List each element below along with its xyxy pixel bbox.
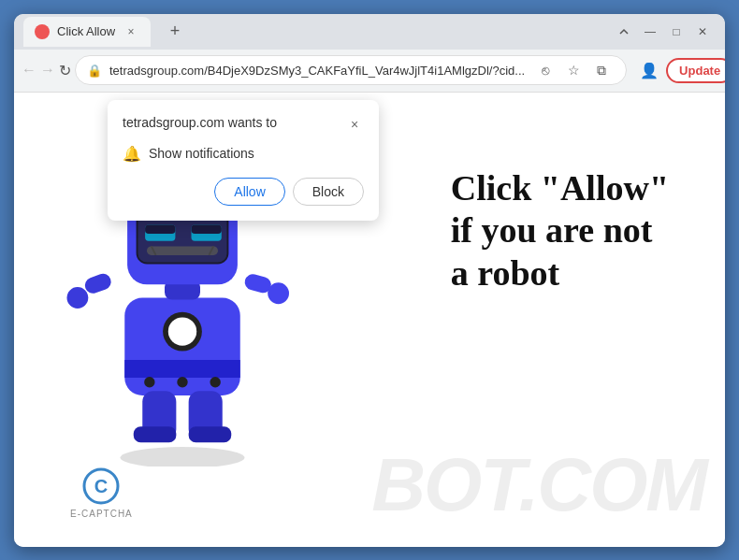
title-bar: Click Allow × + — □ ✕: [14, 14, 725, 50]
svg-rect-20: [147, 246, 218, 255]
main-text-line1: Click "Allow": [451, 167, 669, 210]
notification-popup: tetradsgroup.com wants to × 🔔 Show notif…: [108, 100, 379, 221]
new-tab-button[interactable]: +: [162, 19, 188, 45]
lock-icon: 🔒: [87, 64, 102, 78]
refresh-button[interactable]: ↻: [59, 55, 71, 85]
svg-rect-18: [145, 224, 175, 234]
allow-button[interactable]: Allow: [214, 178, 284, 206]
svg-point-9: [144, 377, 154, 387]
svg-point-4: [268, 282, 289, 304]
window-controls: — □ ✕: [611, 19, 716, 45]
svg-text:C: C: [94, 476, 108, 496]
nav-right-controls: 👤 Update ⋮: [634, 55, 725, 85]
popup-header: tetradsgroup.com wants to ×: [123, 115, 364, 134]
address-bar[interactable]: 🔒 tetradsgroup.com/B4DjeX9DzSMy3_CAKFaYf…: [75, 55, 627, 85]
close-button[interactable]: ✕: [689, 19, 716, 45]
tab-favicon: [35, 24, 50, 39]
ecaptcha-branding: C E-CAPTCHA: [70, 467, 133, 519]
back-button[interactable]: ←: [22, 55, 36, 85]
main-text-line3: a robot: [451, 252, 669, 295]
split-view-button[interactable]: ⧉: [588, 57, 615, 83]
tab-label: Click Allow: [57, 24, 115, 38]
watermark-text: BOT.COM: [371, 442, 706, 528]
profile-button[interactable]: 👤: [634, 55, 664, 85]
ecaptcha-logo-icon: C: [82, 467, 120, 505]
popup-notification-row: 🔔 Show notifications: [123, 145, 364, 163]
active-tab[interactable]: Click Allow ×: [23, 17, 151, 47]
svg-point-8: [168, 317, 196, 345]
address-actions: ⎋ ☆ ⧉: [532, 57, 615, 83]
popup-buttons: Allow Block: [123, 178, 364, 206]
update-button[interactable]: Update: [666, 58, 725, 83]
bookmark-button[interactable]: ☆: [560, 57, 587, 83]
svg-rect-19: [192, 224, 222, 234]
svg-point-10: [177, 377, 187, 387]
popup-close-button[interactable]: ×: [345, 115, 364, 134]
minimize-button[interactable]: —: [637, 19, 663, 45]
tab-close-button[interactable]: ×: [123, 23, 139, 40]
svg-rect-28: [189, 426, 232, 442]
bell-icon: 🔔: [123, 145, 141, 163]
svg-rect-1: [82, 271, 113, 295]
svg-point-2: [67, 287, 89, 309]
ecaptcha-label: E-CAPTCHA: [70, 509, 133, 519]
notification-text: Show notifications: [149, 146, 254, 161]
page-content: tetradsgroup.com wants to × 🔔 Show notif…: [14, 93, 725, 547]
block-button[interactable]: Block: [293, 178, 364, 206]
main-text-line2: if you are not: [451, 209, 669, 252]
browser-window: Click Allow × + — □ ✕ ← → ↻ 🔒 tetradsgro…: [14, 14, 725, 547]
svg-rect-26: [134, 426, 177, 442]
restore-window-button[interactable]: [611, 19, 637, 45]
forward-button[interactable]: →: [40, 55, 55, 85]
svg-point-11: [210, 377, 220, 387]
main-text: Click "Allow" if you are not a robot: [451, 167, 669, 295]
maximize-button[interactable]: □: [663, 19, 689, 45]
popup-title: tetradsgroup.com wants to: [123, 115, 277, 130]
share-button[interactable]: ⎋: [532, 57, 558, 83]
svg-point-0: [121, 447, 245, 467]
navigation-bar: ← → ↻ 🔒 tetradsgroup.com/B4DjeX9DzSMy3_C…: [14, 50, 725, 93]
url-text: tetradsgroup.com/B4DjeX9DzSMy3_CAKFaYfiL…: [109, 64, 525, 78]
svg-rect-6: [124, 360, 240, 378]
